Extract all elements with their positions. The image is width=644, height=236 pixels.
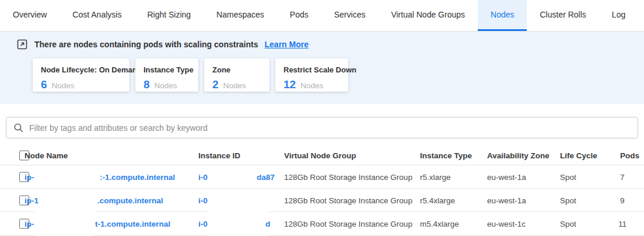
table-row: ip- :-1.compute.internal i-0 da87 128Gb … xyxy=(0,165,644,189)
card-unit: Nodes xyxy=(52,81,75,90)
column-header-life-cycle: Life Cycle xyxy=(560,151,597,160)
life-cycle-cell: Spot xyxy=(560,220,576,228)
card-title: Zone xyxy=(212,65,261,74)
table-header: Node Name Instance ID Virtual Node Group… xyxy=(0,146,644,165)
instance-id-link[interactable]: d xyxy=(265,220,270,228)
table-row: ip-1 .compute.internal i-0 128Gb Root St… xyxy=(0,189,644,212)
node-name-link[interactable]: ip- xyxy=(24,172,34,181)
tab-cost-analysis[interactable]: Cost Analysis xyxy=(60,0,134,31)
table-row: ip- t-1.compute.internal i-0 d 128Gb Roo… xyxy=(0,212,644,236)
pods-cell: 11 xyxy=(618,220,626,228)
banner-message-row: There are nodes containing pods with sca… xyxy=(0,32,644,51)
filter-bar xyxy=(6,117,638,138)
card-restrict-scale-down[interactable]: Restrict Scale Down 12 Nodes xyxy=(275,58,348,92)
instance-id-link[interactable]: da87 xyxy=(257,172,275,181)
tab-cluster-rolls[interactable]: Cluster Rolls xyxy=(527,0,598,31)
card-node-lifecycle[interactable]: Node Lifecycle: On Demand 6 Nodes xyxy=(33,58,130,92)
tab-namespaces[interactable]: Namespaces xyxy=(204,0,277,31)
card-title: Instance Type xyxy=(144,65,190,74)
availability-zone-cell: eu-west-1a xyxy=(487,196,526,204)
card-count: 12 xyxy=(284,78,296,91)
tab-pods[interactable]: Pods xyxy=(277,0,321,31)
tab-right-sizing[interactable]: Right Sizing xyxy=(134,0,204,31)
node-name-link[interactable]: :-1.compute.internal xyxy=(100,172,175,181)
node-name-link[interactable]: ip- xyxy=(24,220,34,228)
instance-type-cell: r5.4xlarge xyxy=(420,196,455,204)
virtual-node-group-cell: 128Gb Root Storage Instance Group xyxy=(284,196,412,204)
card-title: Restrict Scale Down xyxy=(284,65,340,74)
instance-type-cell: m5.4xlarge xyxy=(420,220,459,228)
node-name-link[interactable]: ip-1 xyxy=(24,196,38,204)
instance-id-link[interactable]: i-0 xyxy=(198,172,208,181)
card-unit: Nodes xyxy=(223,81,246,90)
column-header-instance-id: Instance ID xyxy=(198,151,240,160)
redaction-box xyxy=(35,210,95,213)
column-header-pods: Pods xyxy=(620,151,639,160)
search-icon xyxy=(13,123,24,133)
nodes-page: Overview Cost Analysis Right Sizing Name… xyxy=(0,0,644,236)
instance-id-link[interactable]: i-0 xyxy=(198,220,208,228)
life-cycle-cell: Spot xyxy=(560,172,576,181)
card-zone[interactable]: Zone 2 Nodes xyxy=(204,58,270,92)
search-input[interactable] xyxy=(29,123,631,133)
tab-log[interactable]: Log xyxy=(599,0,638,31)
card-unit: Nodes xyxy=(300,81,323,90)
availability-zone-cell: eu-west-1c xyxy=(487,220,526,228)
pods-cell: 9 xyxy=(620,196,625,204)
column-header-instance-type: Instance Type xyxy=(420,151,472,160)
tab-bar: Overview Cost Analysis Right Sizing Name… xyxy=(0,0,644,32)
card-count: 8 xyxy=(144,78,150,91)
constraint-cards: Node Lifecycle: On Demand 6 Nodes Instan… xyxy=(33,58,644,92)
card-title: Node Lifecycle: On Demand xyxy=(41,65,121,74)
card-instance-type[interactable]: Instance Type 8 Nodes xyxy=(135,58,198,92)
column-header-node-name: Node Name xyxy=(24,151,68,160)
redaction-box xyxy=(209,210,268,213)
card-count: 6 xyxy=(41,78,47,91)
card-unit: Nodes xyxy=(155,81,177,90)
card-count: 2 xyxy=(212,78,219,91)
column-header-virtual-node-group: Virtual Node Group xyxy=(284,151,356,160)
life-cycle-cell: Spot xyxy=(560,196,576,204)
tab-overview[interactable]: Overview xyxy=(0,0,60,31)
pods-cell: 7 xyxy=(620,172,625,181)
availability-zone-cell: eu-west-1a xyxy=(487,172,526,181)
instance-type-cell: r5.xlarge xyxy=(420,172,451,181)
learn-more-link[interactable]: Learn More xyxy=(265,40,309,49)
tab-services[interactable]: Services xyxy=(321,0,379,31)
scaling-constraints-banner: There are nodes containing pods with sca… xyxy=(0,32,644,104)
tab-virtual-node-groups[interactable]: Virtual Node Groups xyxy=(378,0,478,31)
virtual-node-group-cell: 128Gb Root Storage Instance Group xyxy=(284,172,412,181)
node-name-link[interactable]: .compute.internal xyxy=(97,196,163,204)
scaling-constraint-icon xyxy=(16,39,28,50)
column-header-availability-zone: Availability Zone xyxy=(487,151,550,160)
virtual-node-group-cell: 128Gb Root Storage Instance Group xyxy=(284,220,412,228)
tab-nodes[interactable]: Nodes xyxy=(478,0,527,31)
banner-message: There are nodes containing pods with sca… xyxy=(34,40,258,49)
instance-id-link[interactable]: i-0 xyxy=(198,196,208,204)
node-name-link[interactable]: t-1.compute.internal xyxy=(95,220,170,228)
